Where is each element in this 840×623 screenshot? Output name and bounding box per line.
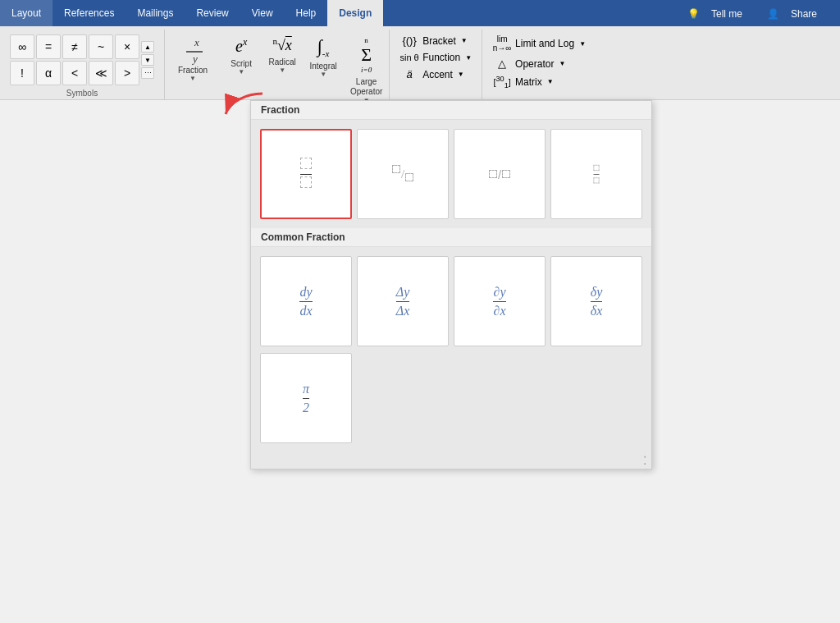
integral-button[interactable]: ∫-x Integral ▼ [303, 33, 344, 81]
frac-delta-y-x[interactable]: Δy Δx [357, 256, 449, 346]
frac-pi-2[interactable]: π 2 [260, 353, 352, 443]
delta-y-x2-formula: δy δx [591, 285, 603, 318]
symbols-area: ∞ = ≠ ~ × ! α < ≪ > ▲ ▼ ⋯ [7, 31, 158, 85]
bracket-button[interactable]: {()} Bracket ▼ [396, 33, 475, 48]
svg-text:x: x [194, 36, 199, 48]
radical-arrow[interactable]: ▼ [279, 66, 285, 74]
tab-review[interactable]: Review [185, 0, 240, 26]
ribbon-body: ∞ = ≠ ~ × ! α < ≪ > ▲ ▼ ⋯ Symbols [0, 26, 840, 100]
limit-log-button[interactable]: limn→∞ Limit and Log ▼ [489, 33, 589, 54]
large-operator-label: LargeOperator [350, 77, 382, 97]
accent-label: Accent [422, 69, 453, 80]
math-buttons-group: ex Script ▼ n√x Radical ▼ ∫-x Integral ▼… [221, 30, 390, 99]
script-icon: ex [235, 36, 247, 56]
fraction-section-title: Fraction [251, 101, 651, 120]
sym-llt[interactable]: ≪ [89, 61, 113, 85]
scroll-more-btn[interactable]: ⋯ [141, 67, 154, 79]
ribbon-tabs: Layout References Mailings Review View H… [0, 0, 840, 26]
fraction-label: Fraction [178, 66, 208, 75]
right-group-col1: {()} Bracket ▼ sin θ Function ▼ ä Accent… [390, 30, 482, 99]
share-button[interactable]: 👤 Share [759, 2, 833, 26]
frac-partial-y-x[interactable]: ∂y ∂x [454, 256, 546, 346]
accent-icon: ä [399, 68, 419, 80]
fraction-group: x y Fraction ▼ [165, 30, 221, 99]
sym-gt[interactable]: > [115, 61, 139, 85]
fraction-linear[interactable]: / [454, 129, 546, 219]
function-label: Function [422, 52, 460, 63]
frac-delta-y-x2[interactable]: δy δx [550, 256, 642, 346]
fraction-dropdown-panel: Fraction / / [250, 100, 652, 470]
small-formula [594, 163, 600, 185]
accent-button[interactable]: ä Accent ▼ [396, 66, 475, 82]
matrix-icon: [301] [492, 75, 512, 89]
symbols-group: ∞ = ≠ ~ × ! α < ≪ > ▲ ▼ ⋯ Symbols [0, 30, 165, 99]
large-operator-button[interactable]: n Σ i=0 LargeOperator ▼ [344, 33, 389, 108]
function-arrow[interactable]: ▼ [465, 54, 472, 62]
script-button[interactable]: ex Script ▼ [221, 33, 262, 79]
fraction-small[interactable] [550, 129, 642, 219]
limit-log-arrow[interactable]: ▼ [579, 40, 586, 48]
fraction-skewed[interactable]: / [357, 129, 449, 219]
pi-2-formula: π 2 [303, 382, 309, 415]
delta-y-x-formula: Δy Δx [396, 285, 410, 318]
function-button[interactable]: sin θ Function ▼ [396, 50, 475, 65]
linear-formula: / [489, 167, 510, 181]
sym-infinity[interactable]: ∞ [10, 34, 34, 59]
sym-tilde[interactable]: ~ [89, 34, 113, 59]
symbols-grid: ∞ = ≠ ~ × ! α < ≪ > [10, 34, 139, 85]
operator-label: Operator [515, 58, 554, 70]
skewed-formula: / [392, 167, 413, 181]
radical-button[interactable]: n√x Radical ▼ [262, 33, 303, 77]
tab-mailings[interactable]: Mailings [126, 0, 185, 26]
limit-log-label: Limit and Log [515, 38, 574, 49]
radical-label: Radical [268, 57, 295, 66]
pi-row: π 2 [251, 350, 651, 452]
right-group-col2: limn→∞ Limit and Log ▼ △ Operator ▼ [301… [482, 30, 596, 99]
sym-equals[interactable]: = [36, 34, 61, 59]
panel-bottom-dots: ⁚ [251, 452, 651, 469]
function-icon: sin θ [399, 53, 419, 62]
script-label: Script [231, 59, 252, 68]
integral-icon: ∫-x [317, 36, 330, 58]
operator-arrow[interactable]: ▼ [559, 60, 565, 67]
symbols-label: Symbols [66, 87, 98, 98]
accent-arrow[interactable]: ▼ [458, 71, 464, 78]
tab-layout[interactable]: Layout [0, 0, 52, 26]
scroll-up-btn[interactable]: ▲ [141, 41, 154, 53]
fraction-icon: x y [180, 36, 206, 66]
operator-icon: △ [492, 57, 512, 70]
tab-help[interactable]: Help [285, 0, 328, 26]
ribbon-right-actions: 💡 Tell me 👤 Share [679, 2, 840, 26]
fraction-dropdown-arrow[interactable]: ▼ [189, 75, 196, 82]
symbols-scroll: ▲ ▼ ⋯ [139, 41, 154, 79]
fraction-button[interactable]: x y Fraction ▼ [171, 31, 214, 85]
sym-exclaim[interactable]: ! [10, 61, 34, 85]
matrix-button[interactable]: [301] Matrix ▼ [489, 73, 589, 91]
fraction-grid: / / [251, 120, 651, 228]
sym-alpha[interactable]: α [36, 61, 61, 85]
common-fraction-section-title: Common Fraction [251, 228, 651, 247]
tab-references[interactable]: References [52, 0, 126, 26]
limit-log-icon: limn→∞ [492, 34, 512, 53]
sym-lt[interactable]: < [62, 61, 87, 85]
operator-button[interactable]: △ Operator ▼ [489, 56, 589, 71]
integral-arrow[interactable]: ▼ [320, 71, 326, 78]
tab-view[interactable]: View [240, 0, 285, 26]
matrix-arrow[interactable]: ▼ [547, 78, 554, 85]
tab-design[interactable]: Design [327, 0, 383, 26]
bracket-icon: {()} [399, 34, 419, 47]
script-arrow[interactable]: ▼ [238, 68, 244, 76]
large-operator-icon: n Σ i=0 [361, 36, 372, 74]
frac-dy-dx[interactable]: dy dx [260, 256, 352, 346]
sym-times[interactable]: × [115, 34, 139, 59]
partial-y-x-formula: ∂y ∂x [493, 285, 505, 318]
sym-notequals[interactable]: ≠ [62, 34, 87, 59]
svg-text:y: y [191, 53, 198, 65]
scroll-down-btn[interactable]: ▼ [141, 54, 154, 66]
fraction-stacked[interactable] [260, 129, 352, 219]
common-fraction-grid: dy dx Δy Δx ∂y ∂x δy δx [251, 247, 651, 350]
bracket-arrow[interactable]: ▼ [461, 37, 468, 44]
radical-icon: n√x [272, 36, 291, 54]
tell-me-button[interactable]: 💡 Tell me [679, 2, 759, 26]
stacked-formula [300, 158, 312, 191]
